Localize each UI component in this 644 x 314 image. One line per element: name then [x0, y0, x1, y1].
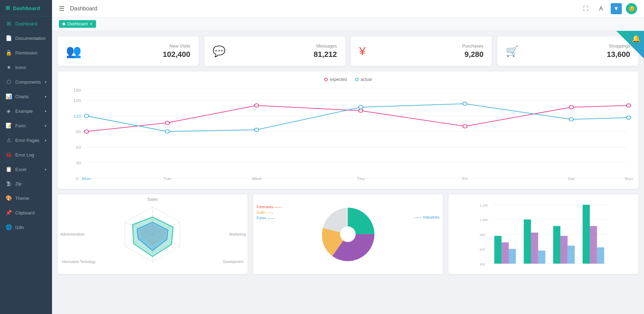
svg-text:Sat: Sat [568, 177, 575, 181]
dropdown-button[interactable]: ▼ [611, 3, 622, 14]
example-icon: ◈ [6, 108, 12, 114]
expected-label: expected [330, 77, 347, 82]
purchases-value: 9,280 [372, 50, 483, 59]
svg-point-22 [165, 130, 169, 133]
sidebar-item-label: Error Log [15, 152, 34, 158]
sidebar-item-example[interactable]: ◈ Example ▾ [0, 104, 52, 118]
svg-point-18 [463, 125, 467, 128]
corner-bell-icon: 🔔 [632, 34, 641, 43]
avatar[interactable]: 😊 [626, 3, 637, 14]
svg-text:60: 60 [76, 145, 81, 150]
legend-actual: actual [355, 77, 372, 82]
lock-icon: 🔒 [6, 50, 12, 56]
svg-text:Thu: Thu [357, 177, 365, 181]
svg-point-17 [359, 109, 363, 112]
radar-marketing-label: Marketing [229, 232, 246, 236]
messages-icon: 💬 [213, 45, 225, 57]
line-chart-svg: 0 30 60 90 120 150 180 [63, 85, 633, 182]
svg-point-19 [569, 105, 573, 109]
sidebar-item-label: Form [15, 123, 26, 128]
sidebar-item-zip[interactable]: 🗜 Zip [0, 177, 52, 191]
svg-rect-67 [583, 205, 590, 264]
content-area: 👥 New Visits 102,400 💬 Messages 81,212 ¥ [52, 31, 644, 280]
sidebar-item-excel[interactable]: 📋 Excel ▾ [0, 162, 52, 177]
breadcrumb-label: Dashboard [67, 22, 88, 26]
menu-icon[interactable]: ☰ [59, 5, 65, 12]
svg-rect-68 [590, 226, 597, 263]
svg-text:400: 400 [480, 262, 485, 266]
svg-point-23 [255, 128, 259, 131]
sidebar-item-icons[interactable]: ★ Icons [0, 60, 52, 75]
sidebar-item-documentation[interactable]: 📄 Documentation [0, 31, 52, 45]
chevron-down-icon: ▾ [45, 168, 46, 171]
fullscreen-icon[interactable]: ⛶ [580, 3, 591, 14]
svg-point-15 [165, 121, 169, 125]
svg-rect-69 [597, 247, 604, 264]
shoppings-label: Shoppings [525, 43, 630, 49]
sidebar-item-error-pages[interactable]: ⚠ Error Pages ▾ [0, 133, 52, 147]
clipboard-icon: 📌 [6, 210, 12, 216]
chevron-down-icon: ▾ [45, 109, 46, 113]
shoppings-info: Shoppings 13,600 [525, 43, 630, 59]
chart-legend: expected actual [63, 77, 633, 82]
dashboard-icon: ⊞ [6, 20, 12, 27]
components-icon: ⬡ [6, 79, 12, 85]
svg-rect-61 [524, 220, 531, 264]
sidebar-logo[interactable]: ⊞ Dashboard [0, 0, 52, 16]
pie-svg [317, 203, 379, 265]
sidebar-item-dashboard[interactable]: ⊞ Dashboard [0, 16, 52, 31]
svg-rect-62 [531, 232, 538, 264]
svg-text:180: 180 [73, 88, 81, 93]
bottom-charts-row: Sales Administration Marketing Informati… [58, 194, 638, 274]
visits-info: New Visits 102,400 [88, 43, 190, 59]
expected-dot [324, 78, 328, 81]
legend-expected: expected [324, 77, 347, 82]
main-content: ☰ Dashboard ⛶ A ▼ 😊 Dashboard × 🔔 👥 Ne [52, 0, 644, 314]
svg-text:150: 150 [73, 99, 81, 103]
error-log-icon: 🐞 [6, 152, 12, 158]
gold-label: Gold —— [257, 210, 282, 214]
pie-chart-card: Forecasts —— Gold —— Forex —— —— Industr… [253, 194, 443, 274]
radar-sales-label: Sales [147, 197, 158, 202]
purchases-info: Purchases 9,280 [372, 43, 483, 59]
sidebar-item-components[interactable]: ⬡ Components ▾ [0, 75, 52, 89]
svg-text:800: 800 [480, 233, 485, 237]
stat-card-purchases: ¥ Purchases 9,280 [351, 36, 492, 66]
shoppings-icon: 🛒 [506, 45, 518, 57]
svg-text:90: 90 [76, 130, 81, 134]
sidebar-item-i18n[interactable]: 🌐 I18n [0, 220, 52, 235]
radar-chart-card: Sales Administration Marketing Informati… [58, 194, 248, 274]
stat-card-visits: 👥 New Visits 102,400 [58, 36, 199, 66]
sidebar-item-permission[interactable]: 🔒 Permission [0, 45, 52, 60]
sidebar-item-form[interactable]: 📝 Form ▾ [0, 118, 52, 133]
error-pages-icon: ⚠ [6, 137, 12, 143]
visits-value: 102,400 [88, 50, 190, 59]
sidebar-item-theme[interactable]: 🎨 Theme [0, 191, 52, 205]
svg-text:600: 600 [480, 247, 485, 251]
sidebar-item-clipboard[interactable]: 📌 Clipboard [0, 205, 52, 220]
sidebar-item-label: Components [15, 79, 41, 85]
close-icon[interactable]: × [90, 21, 93, 27]
svg-point-20 [627, 104, 631, 107]
svg-text:1,200: 1,200 [480, 203, 488, 207]
messages-info: Messages 81,212 [232, 43, 337, 59]
sidebar-item-label: Documentation [15, 36, 45, 41]
font-size-icon[interactable]: A [595, 3, 607, 14]
visits-icon: 👥 [66, 44, 81, 59]
svg-text:120: 120 [73, 114, 81, 119]
topbar-actions: ⛶ A ▼ 😊 [580, 3, 637, 14]
svg-rect-63 [538, 251, 546, 264]
svg-text:30: 30 [76, 161, 81, 166]
shoppings-value: 13,600 [525, 50, 630, 59]
forex-label: Forex —— [257, 216, 282, 220]
sidebar-item-label: Dashboard [15, 21, 37, 26]
svg-point-25 [463, 102, 467, 105]
sidebar-item-label: Theme [15, 196, 29, 201]
sidebar-item-charts[interactable]: 📊 Charts ▾ [0, 89, 52, 104]
doc-icon: 📄 [6, 35, 12, 41]
stats-row: 👥 New Visits 102,400 💬 Messages 81,212 ¥ [58, 36, 638, 66]
svg-text:Fri: Fri [462, 177, 468, 181]
sidebar-item-error-log[interactable]: 🐞 Error Log [0, 147, 52, 162]
theme-icon: 🎨 [6, 195, 12, 201]
svg-point-47 [340, 227, 356, 242]
